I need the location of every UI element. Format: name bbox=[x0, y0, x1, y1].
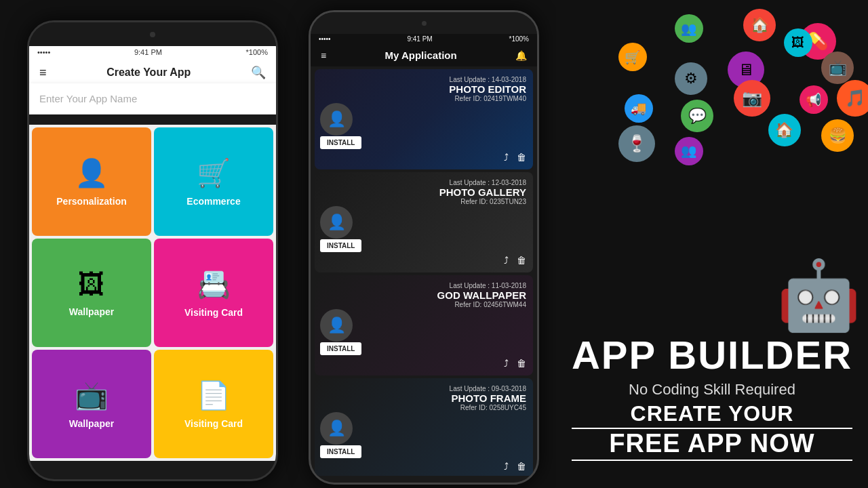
bubble-14: 🍷 bbox=[618, 125, 655, 162]
search-box[interactable]: Enter Your App Name bbox=[29, 83, 276, 115]
left-toolbar-title: Create Your App bbox=[106, 66, 191, 79]
app-grid: 👤 Personalization 🛒 Ecommerce 🖼 Wallpape… bbox=[29, 125, 276, 461]
app-builder-title: APP BUILDER bbox=[572, 333, 852, 377]
hamburger-icon[interactable]: ≡ bbox=[39, 66, 47, 80]
app-actions-3: ⤴ 🗑 bbox=[504, 358, 526, 369]
bubble-13: 🍔 bbox=[821, 119, 854, 152]
install-button-4[interactable]: INSTALL bbox=[320, 445, 361, 458]
bubble-11: 📷 bbox=[734, 80, 770, 117]
search-icon[interactable]: 🔍 bbox=[251, 65, 266, 80]
camera-dot bbox=[150, 32, 155, 37]
app-card-photo-editor: 👤 Last Update : 14-03-2018 PHOTO EDITOR … bbox=[315, 69, 533, 169]
delete-icon-4[interactable]: 🗑 bbox=[517, 461, 526, 472]
app-update-4: Last Update : 09-03-2018 bbox=[450, 385, 526, 392]
bubble-8: 🎵 bbox=[837, 80, 868, 117]
battery-display: *100% bbox=[246, 48, 268, 56]
bubbles-area: 👥🏠💊🛒⚙🖥🖼📺🎵🚚💬📷📢🍔🍷👥🏠 bbox=[556, 0, 868, 285]
install-button-2[interactable]: INSTALL bbox=[320, 239, 361, 252]
app-info-2: Last Update : 12-03-2018 PHOTO GALLERY R… bbox=[439, 179, 526, 205]
personalization-label: Personalization bbox=[56, 196, 126, 207]
install-button-1[interactable]: INSTALL bbox=[320, 136, 361, 149]
share-icon-4[interactable]: ⤴ bbox=[504, 461, 509, 472]
left-phone-notch bbox=[29, 22, 276, 46]
app-avatar-3: 👤 bbox=[320, 309, 353, 342]
no-coding-subtitle: No Coding Skill Required bbox=[572, 381, 852, 399]
right-phone-notch bbox=[311, 12, 537, 34]
bubble-10: 💬 bbox=[681, 100, 713, 132]
visiting-card2-icon: 📄 bbox=[197, 380, 231, 411]
share-icon-3[interactable]: ⤴ bbox=[504, 358, 509, 369]
bubble-6: 🖼 bbox=[784, 28, 812, 57]
app-avatar-4: 👤 bbox=[320, 412, 353, 445]
free-app-now-label: FREE APP NOW bbox=[572, 429, 852, 461]
bubble-12: 📢 bbox=[800, 85, 828, 114]
app-update-2: Last Update : 12-03-2018 bbox=[439, 179, 526, 186]
time-display: 9:41 PM bbox=[134, 48, 162, 56]
right-signal-dots: ••••• bbox=[319, 35, 331, 43]
wallpaper2-label: Wallpaper bbox=[69, 418, 114, 429]
right-camera-dot bbox=[422, 21, 427, 26]
create-your-label: CREATE YOUR bbox=[572, 401, 852, 429]
app-refer-4: Refer ID: 0258UYC45 bbox=[450, 404, 526, 411]
right-phone: ••••• 9:41 PM *100% ≡ My Application 🔔 👤… bbox=[309, 10, 539, 485]
bubble-15: 👥 bbox=[675, 137, 703, 165]
delete-icon-3[interactable]: 🗑 bbox=[517, 358, 526, 369]
app-refer-1: Refer ID: 02419TWM40 bbox=[449, 95, 526, 102]
app-list: 👤 Last Update : 14-03-2018 PHOTO EDITOR … bbox=[311, 66, 537, 476]
app-update-3: Last Update : 11-03-2018 bbox=[437, 282, 526, 289]
wallpaper-icon: 🖼 bbox=[78, 269, 105, 300]
bubble-3: 🛒 bbox=[618, 43, 647, 71]
install-button-3[interactable]: INSTALL bbox=[320, 342, 361, 355]
grid-item-personalization[interactable]: 👤 Personalization bbox=[32, 127, 151, 236]
grid-item-ecommerce[interactable]: 🛒 Ecommerce bbox=[154, 127, 273, 236]
grid-item-wallpaper2[interactable]: 📺 Wallpaper bbox=[32, 350, 151, 458]
right-status-bar: ••••• 9:41 PM *100% bbox=[311, 34, 537, 44]
signal-dots: ••••• bbox=[37, 48, 50, 56]
right-battery-display: *100% bbox=[509, 35, 529, 43]
app-actions-1: ⤴ 🗑 bbox=[504, 152, 526, 163]
grid-item-visiting-card2[interactable]: 📄 Visiting Card bbox=[154, 350, 273, 458]
grid-item-wallpaper[interactable]: 🖼 Wallpaper bbox=[32, 239, 151, 347]
app-update-1: Last Update : 14-03-2018 bbox=[449, 76, 526, 83]
visiting-card2-label: Visiting Card bbox=[184, 418, 243, 429]
wallpaper2-icon: 📺 bbox=[75, 380, 108, 411]
app-card-god-wallpaper: 👤 Last Update : 11-03-2018 GOD WALLPAPER… bbox=[315, 275, 533, 375]
android-mascot: 🤖 bbox=[776, 261, 861, 329]
right-cta-text: APP BUILDER No Coding Skill Required CRE… bbox=[572, 333, 852, 461]
app-name-3: GOD WALLPAPER bbox=[437, 289, 526, 301]
share-icon-1[interactable]: ⤴ bbox=[504, 152, 509, 163]
personalization-icon: 👤 bbox=[75, 157, 108, 189]
app-info-4: Last Update : 09-03-2018 PHOTO FRAME Ref… bbox=[450, 385, 526, 411]
right-hamburger-icon[interactable]: ≡ bbox=[321, 50, 326, 61]
visiting-card-label: Visiting Card bbox=[184, 307, 243, 318]
search-placeholder: Enter Your App Name bbox=[39, 93, 137, 104]
bubble-4: ⚙ bbox=[675, 62, 707, 95]
delete-icon-2[interactable]: 🗑 bbox=[517, 255, 526, 266]
bell-icon[interactable]: 🔔 bbox=[515, 50, 527, 61]
app-avatar-1: 👤 bbox=[320, 103, 353, 136]
left-phone: ••••• 9:41 PM *100% ≡ Create Your App 🔍 … bbox=[27, 20, 278, 481]
right-toolbar: ≡ My Application 🔔 bbox=[311, 44, 537, 66]
visiting-card-icon: 📇 bbox=[197, 268, 231, 300]
right-time-display: 9:41 PM bbox=[407, 35, 432, 43]
app-name-2: PHOTO GALLERY bbox=[439, 186, 526, 198]
ecommerce-icon: 🛒 bbox=[197, 157, 231, 189]
app-info-3: Last Update : 11-03-2018 GOD WALLPAPER R… bbox=[437, 282, 526, 308]
app-name-4: PHOTO FRAME bbox=[450, 392, 526, 404]
right-toolbar-title: My Application bbox=[385, 49, 457, 61]
bubble-16: 🏠 bbox=[768, 114, 801, 146]
app-name-1: PHOTO EDITOR bbox=[449, 83, 526, 95]
app-card-photo-gallery: 👤 Last Update : 12-03-2018 PHOTO GALLERY… bbox=[315, 172, 533, 272]
app-actions-2: ⤴ 🗑 bbox=[504, 255, 526, 266]
grid-item-visiting-card[interactable]: 📇 Visiting Card bbox=[154, 239, 273, 347]
bubble-1: 🏠 bbox=[743, 9, 776, 41]
app-refer-2: Refer ID: 0235TUN23 bbox=[439, 198, 526, 205]
bubble-0: 👥 bbox=[675, 14, 703, 43]
right-section: 👥🏠💊🛒⚙🖥🖼📺🎵🚚💬📷📢🍔🍷👥🏠 🤖 APP BUILDER No Codin… bbox=[556, 0, 868, 488]
wallpaper-label: Wallpaper bbox=[69, 306, 114, 317]
delete-icon-1[interactable]: 🗑 bbox=[517, 152, 526, 163]
app-actions-4: ⤴ 🗑 bbox=[504, 461, 526, 472]
left-status-bar: ••••• 9:41 PM *100% bbox=[29, 46, 276, 58]
app-card-photo-frame: 👤 Last Update : 09-03-2018 PHOTO FRAME R… bbox=[315, 378, 533, 476]
share-icon-2[interactable]: ⤴ bbox=[504, 255, 509, 266]
